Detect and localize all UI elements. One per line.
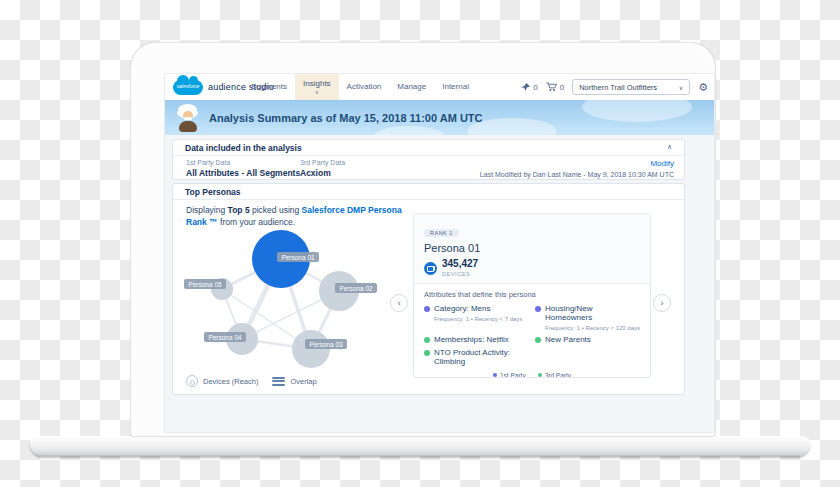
first-party-dot-icon — [493, 373, 497, 377]
gear-icon[interactable]: ⚙ — [698, 82, 708, 93]
org-selector[interactable]: Northern Trail Outfitters ∨ — [572, 79, 690, 95]
chevron-down-icon: ∨ — [679, 84, 683, 91]
personas-card-title: Top Personas — [185, 187, 241, 197]
salesforce-logo-text: salesforce — [173, 83, 203, 89]
persona-bubble-label: Persona 01 — [281, 254, 315, 261]
nav-menu: Segments Insights ∨ Activation Manage In… — [243, 74, 477, 100]
third-party-dot-icon — [538, 373, 542, 377]
top-personas-card: Top Personas Displaying Top 5 picked usi… — [172, 183, 685, 395]
pin-icon — [521, 83, 530, 92]
chevron-up-icon[interactable]: ∧ — [667, 144, 672, 151]
page-title: Analysis Summary as of May 15, 2018 11:0… — [209, 100, 483, 135]
third-party-dot-icon — [424, 337, 430, 343]
devices-label: DEVICES — [442, 271, 478, 277]
nav-item-internal[interactable]: Internal — [434, 74, 477, 100]
third-party-field: 3rd Party Data Acxiom — [300, 159, 345, 178]
cloud-decoration — [582, 100, 692, 122]
einstein-avatar — [174, 104, 202, 132]
attribute-item: Category: Mens Frequency: 1 • Recency < … — [424, 305, 529, 331]
analysis-data-card: Data included in the analysis ∧ 1st Part… — [172, 139, 685, 180]
attributes-title: Attributes that define this persona — [424, 290, 640, 299]
third-party-dot-icon — [535, 337, 541, 343]
carousel-next-button[interactable]: › — [653, 294, 671, 312]
persona-bubble-label: Persona 05 — [188, 281, 222, 288]
pinned-counter[interactable]: 0 — [521, 83, 537, 92]
first-party-dot-icon — [535, 306, 541, 312]
nav-utilities: 0 0 Northern Trail Outfitters ∨ ⚙ — [521, 74, 708, 100]
nav-item-segments[interactable]: Segments — [243, 74, 295, 100]
devices-icon — [424, 262, 437, 275]
third-party-dot-icon — [424, 350, 430, 356]
persona-bubble-label: Persona 02 — [339, 285, 373, 292]
carousel-prev-button[interactable]: ‹ — [390, 294, 408, 312]
cart-counter[interactable]: 0 — [546, 82, 564, 92]
attribute-item: Housing/New Homeowners Frequency: 1 • Re… — [535, 305, 640, 331]
persona-name: Persona 01 — [424, 242, 640, 254]
persona-bubble-label: Persona 03 — [309, 341, 343, 348]
devices-count: 345,427 — [442, 259, 478, 269]
reach-rings-icon — [186, 375, 198, 387]
persona-detail-panel: RANK 1 Persona 01 345,427 DEVICES Attrib… — [413, 213, 651, 378]
legend-overlap: Overlap — [272, 377, 316, 386]
screen: salesforce audience studio Segments Insi… — [164, 73, 715, 433]
einstein-banner: Analysis Summary as of May 15, 2018 11:0… — [165, 100, 714, 135]
rank-badge: RANK 1 — [424, 229, 459, 237]
nav-item-insights[interactable]: Insights ∨ — [295, 74, 339, 100]
salesforce-logo-icon: salesforce — [173, 80, 203, 95]
chevron-down-icon: ∨ — [315, 90, 319, 95]
cart-icon — [546, 82, 557, 92]
attribute-item: New Parents — [535, 336, 640, 345]
page-content: Data included in the analysis ∧ 1st Part… — [165, 135, 714, 432]
attribute-item: Memberships: Netflix — [424, 336, 529, 345]
persona-attributes: Attributes that define this persona Cate… — [414, 284, 650, 378]
analysis-card-body: 1st Party Data All Attributes - All Segm… — [173, 156, 684, 181]
personas-card-header: Top Personas — [173, 184, 684, 200]
laptop-frame: salesforce audience studio Segments Insi… — [130, 42, 716, 437]
nav-item-manage[interactable]: Manage — [389, 74, 434, 100]
overlap-lines-icon — [272, 377, 285, 386]
analysis-card-title: Data included in the analysis — [185, 143, 302, 153]
party-legend: 1st Party 3rd Party — [424, 372, 640, 378]
attribute-item: NTO Product Activity: Climbing — [424, 349, 529, 367]
persona-bubble-chart: Persona 01Persona 02Persona 03Persona 04… — [175, 224, 403, 382]
nav-item-activation[interactable]: Activation — [339, 74, 390, 100]
persona-bubble-label: Persona 04 — [208, 334, 242, 341]
analysis-card-header: Data included in the analysis ∧ — [173, 140, 684, 156]
first-party-dot-icon — [424, 306, 430, 312]
legend-devices: Devices (Reach) — [186, 375, 258, 387]
modify-link[interactable]: Modify — [480, 159, 674, 168]
first-party-field: 1st Party Data All Attributes - All Segm… — [186, 159, 300, 178]
persona-panel-header: RANK 1 Persona 01 345,427 DEVICES — [414, 214, 650, 284]
top-nav: salesforce audience studio Segments Insi… — [165, 74, 714, 101]
chart-legend: Devices (Reach) Overlap — [186, 375, 317, 387]
last-modified-text: Last Modified by Dan Last Name - May 9, … — [480, 171, 674, 178]
laptop-base — [30, 436, 810, 456]
